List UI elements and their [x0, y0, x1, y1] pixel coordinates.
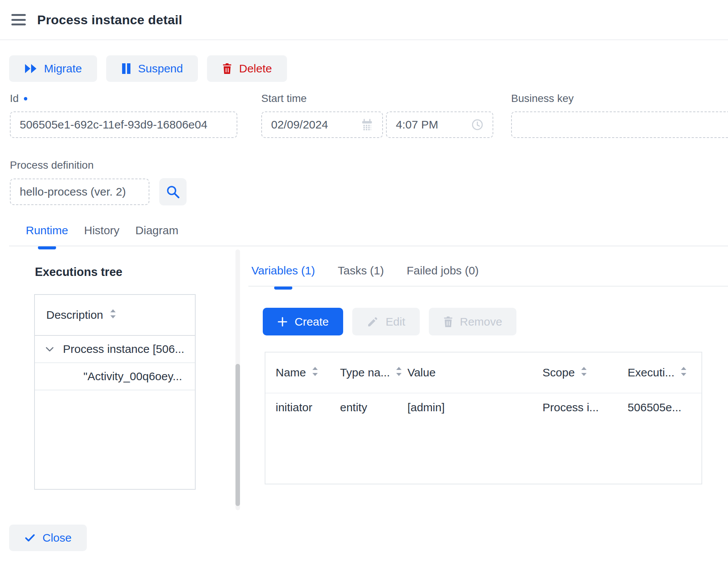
variables-actions: Create Edit Remove [263, 308, 516, 335]
close-button[interactable]: Close [9, 525, 87, 551]
close-label: Close [42, 532, 72, 544]
process-definition-input[interactable]: hello-process (ver. 2) [10, 179, 149, 205]
create-variable-button[interactable]: Create [263, 308, 343, 335]
suspend-label: Suspend [138, 63, 183, 74]
execution-row-process-instance[interactable]: Process instance [506... [35, 336, 195, 363]
clock-icon[interactable] [471, 119, 483, 131]
execution-row-activity[interactable]: "Activity_00q6oey... [35, 363, 195, 390]
business-key-field-group: Business key [511, 92, 728, 138]
start-date-input[interactable]: 02/09/2024 [261, 111, 383, 138]
pause-icon [121, 63, 131, 74]
delete-label: Delete [239, 63, 272, 74]
search-icon [165, 184, 180, 199]
id-input[interactable]: 506505e1-692c-11ef-93d9-16806e04 [10, 111, 237, 138]
panel-scrollbar-thumb[interactable] [235, 364, 240, 506]
tab-diagram[interactable]: Diagram [135, 224, 178, 246]
app-header: Process instance detail [0, 0, 728, 40]
column-header-scope[interactable]: Scope [543, 366, 628, 379]
executions-tree-title: Executions tree [35, 265, 122, 279]
tab-tasks[interactable]: Tasks (1) [338, 264, 384, 287]
calendar-icon[interactable] [361, 119, 373, 131]
sort-icon[interactable] [395, 366, 403, 379]
migrate-button[interactable]: Migrate [9, 55, 97, 82]
page-title: Process instance detail [37, 13, 182, 27]
detail-tabs: Variables (1) Tasks (1) Failed jobs (0) [251, 264, 479, 287]
remove-variable-button[interactable]: Remove [429, 308, 517, 335]
variable-value-cell: [admin] [407, 401, 542, 414]
execution-row-label: "Activity_00q6oey... [83, 370, 182, 383]
start-time-field-group: Start time 02/09/2024 4:07 PM [261, 92, 493, 138]
start-time-input[interactable]: 4:07 PM [386, 111, 493, 138]
executions-tree-table: Description Process instance [506... "Ac… [34, 294, 196, 490]
tab-history[interactable]: History [84, 224, 119, 246]
variables-table: Name Type na... Value Scope Executi... i… [265, 352, 702, 484]
trash-icon [443, 316, 453, 327]
tab-variables[interactable]: Variables (1) [251, 264, 315, 287]
delete-button[interactable]: Delete [207, 55, 287, 82]
start-time-label: Start time [261, 92, 493, 105]
execution-row-label: Process instance [506... [63, 343, 184, 356]
tab-runtime[interactable]: Runtime [26, 224, 68, 246]
trash-icon [222, 63, 232, 74]
column-header-name[interactable]: Name [276, 366, 340, 379]
toolbar: Migrate Suspend Delete [9, 55, 287, 82]
process-definition-lookup-button[interactable] [159, 178, 187, 205]
variable-type-cell: entity [340, 401, 408, 414]
plus-icon [277, 316, 288, 327]
variable-name-cell: initiator [276, 401, 340, 414]
remove-label: Remove [460, 316, 502, 327]
suspend-button[interactable]: Suspend [106, 55, 198, 82]
id-field-group: Id 506505e1-692c-11ef-93d9-16806e04 [10, 92, 237, 138]
variable-scope-cell: Process i... [543, 401, 628, 414]
variables-table-header: Name Type na... Value Scope Executi... [265, 352, 701, 393]
sort-icon[interactable] [680, 366, 687, 379]
menu-icon[interactable] [11, 14, 26, 25]
main-tabs-divider [9, 246, 728, 246]
column-header-value[interactable]: Value [407, 366, 542, 379]
executions-description-header[interactable]: Description [35, 295, 195, 336]
process-definition-label: Process definition [10, 159, 187, 171]
fast-forward-icon [24, 64, 37, 74]
variable-execution-cell: 506505e... [628, 401, 701, 414]
sort-icon[interactable] [580, 366, 588, 379]
migrate-label: Migrate [44, 63, 82, 74]
detail-tabs-divider [248, 286, 728, 287]
chevron-down-icon[interactable] [44, 343, 55, 355]
variable-row[interactable]: initiator entity [admin] Process i... 50… [265, 393, 701, 421]
check-icon [24, 532, 36, 544]
sort-icon[interactable] [109, 309, 117, 322]
edit-variable-button[interactable]: Edit [352, 308, 420, 335]
process-definition-field-group: Process definition hello-process (ver. 2… [10, 159, 187, 205]
process-instance-detail-screen: Process instance detail Migrate Suspend … [0, 0, 728, 564]
column-header-execution[interactable]: Executi... [628, 366, 701, 379]
business-key-input[interactable] [511, 111, 728, 138]
tab-failed-jobs[interactable]: Failed jobs (0) [407, 264, 479, 287]
main-tabs: Runtime History Diagram [26, 224, 178, 246]
business-key-label: Business key [511, 92, 728, 105]
sort-icon[interactable] [311, 366, 319, 379]
create-label: Create [295, 316, 329, 327]
id-label: Id [10, 92, 237, 105]
edit-label: Edit [386, 316, 405, 327]
pencil-icon [367, 316, 379, 328]
column-header-type-name[interactable]: Type na... [340, 366, 408, 379]
required-dot [24, 97, 27, 100]
